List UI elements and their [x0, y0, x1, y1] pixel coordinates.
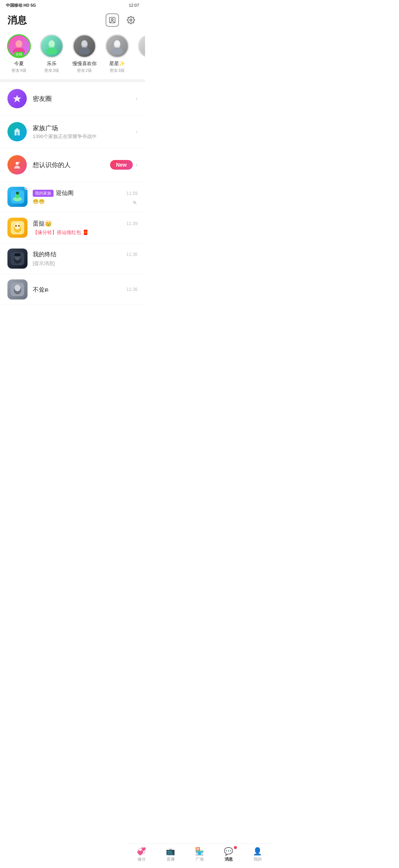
feature-content-mimi: 密友圈: [33, 95, 136, 103]
story-level-3: 密友2级: [77, 68, 91, 73]
unread-dot-1: [25, 187, 28, 190]
svg-point-2: [130, 19, 132, 21]
feature-list: 密友圈 › 家族广场 1390个家族正在荣耀争夺战中 ›: [0, 82, 145, 182]
feature-desc-jiazu: 1390个家族正在荣耀争夺战中: [33, 133, 136, 140]
story-name-1: 今夏: [14, 60, 24, 67]
msg-header-row-4: 不耸ด 11:36: [33, 285, 138, 294]
story-avatar-4: [105, 34, 129, 58]
story-avatar-wrap-2: [40, 34, 64, 58]
header-icons: [106, 13, 138, 27]
story-item-2[interactable]: 乐乐 密友3级: [39, 34, 65, 73]
message-body-3: 我的终结 11:36 [提示消息]: [33, 251, 138, 267]
time-text: 12:07: [129, 3, 139, 7]
msg-preview-1: 😁😁: [33, 199, 138, 204]
settings-icon-button[interactable]: [124, 13, 138, 27]
message-item-2[interactable]: 蛋挞👑 11:39 【缘分铃】搭讪领红包 🧧: [0, 212, 145, 243]
feature-chevron-jiazu: ›: [136, 128, 138, 135]
msg-name-area-3: 我的终结: [33, 251, 57, 259]
story-item-5[interactable]: ··· 查全: [137, 34, 145, 67]
svg-point-35: [15, 285, 20, 291]
msg-time-4: 11:36: [126, 287, 138, 292]
svg-point-7: [46, 48, 57, 54]
msg-header-row-1: 我的家族 迎仙阁 11:59: [33, 189, 138, 197]
svg-rect-32: [15, 253, 20, 256]
message-avatar-3: [7, 249, 28, 269]
message-body-4: 不耸ด 11:36: [33, 285, 138, 294]
feature-chevron-renshe: ›: [136, 161, 138, 168]
svg-point-14: [114, 40, 120, 47]
contact-icon-button[interactable]: [106, 13, 119, 27]
status-bar: 中国移动 HD 5G 12:07: [0, 0, 145, 10]
page-title: 消息: [7, 14, 27, 27]
story-avatar-2: [40, 34, 64, 58]
family-tag-1: 我的家族: [33, 190, 54, 197]
msg-name-2: 蛋挞👑: [33, 220, 52, 228]
message-item-3[interactable]: 我的终结 11:36 [提示消息]: [0, 243, 145, 274]
story-item-4[interactable]: 星星✨ 密友3级: [104, 34, 130, 73]
svg-point-13: [112, 48, 123, 54]
svg-rect-17: [16, 132, 18, 135]
svg-point-11: [81, 40, 87, 47]
feature-item-mimi[interactable]: 密友圈 ›: [0, 82, 145, 115]
story-avatar-wrap-4: [105, 34, 129, 58]
message-list: 我的家族 迎仙阁 11:59 😁😁: [0, 182, 145, 305]
msg-name-area-1: 我的家族 迎仙阁: [33, 189, 74, 197]
story-row: 在线 今夏 密友4级 乐乐 密友3级: [0, 31, 145, 79]
header: 消息: [0, 10, 145, 31]
msg-name-area-2: 蛋挞👑: [33, 220, 52, 228]
carrier-text: 中国移动 HD 5G: [6, 3, 36, 8]
message-avatar-1: [7, 187, 28, 207]
msg-header-row-2: 蛋挞👑 11:39: [33, 220, 138, 228]
story-level-1: 密友4级: [12, 68, 26, 73]
story-avatar-5: ···: [138, 34, 145, 58]
story-name-2: 乐乐: [47, 60, 57, 67]
message-avatar-2: [7, 218, 28, 238]
msg-name-3: 我的终结: [33, 251, 57, 259]
feature-item-renshe[interactable]: 想认识你的人 New ›: [0, 148, 145, 182]
message-item-4[interactable]: 不耸ด 11:36: [0, 274, 145, 305]
msg-time-3: 11:36: [126, 252, 138, 257]
feature-icon-renshe: [7, 155, 27, 174]
msg-header-row-3: 我的终结 11:36: [33, 251, 138, 259]
svg-point-8: [49, 40, 55, 47]
feature-name-mimi: 密友圈: [33, 95, 136, 103]
new-badge: New: [110, 160, 133, 170]
mute-icon-1: [132, 200, 138, 206]
feature-content-renshe: 想认识你的人: [33, 161, 110, 169]
story-avatar-wrap-3: [73, 34, 96, 58]
story-name-4: 星星✨: [109, 60, 125, 67]
feature-content-jiazu: 家族广场 1390个家族正在荣耀争夺战中: [33, 124, 136, 140]
online-badge: 在线: [14, 52, 24, 57]
message-body-1: 我的家族 迎仙阁 11:59 😁😁: [33, 189, 138, 204]
msg-name-area-4: 不耸ด: [33, 285, 48, 294]
story-item-1[interactable]: 在线 今夏 密友4级: [6, 34, 32, 73]
svg-point-28: [18, 225, 20, 227]
svg-point-18: [16, 162, 19, 165]
story-level-2: 密友3级: [44, 68, 59, 73]
story-avatar-wrap-1: 在线: [7, 34, 31, 58]
feature-name-jiazu: 家族广场: [33, 124, 136, 132]
feature-item-jiazu[interactable]: 家族广场 1390个家族正在荣耀争夺战中 ›: [0, 115, 145, 148]
feature-chevron-mimi: ›: [136, 95, 138, 102]
msg-time-1: 11:59: [126, 191, 138, 196]
msg-time-2: 11:39: [126, 221, 138, 226]
svg-point-10: [79, 48, 90, 54]
svg-point-23: [16, 192, 19, 195]
divider: [0, 79, 145, 82]
story-level-4: 密友3级: [110, 68, 124, 73]
feature-icon-jiazu: [7, 122, 27, 141]
svg-point-5: [16, 40, 22, 48]
message-body-2: 蛋挞👑 11:39 【缘分铃】搭讪领红包 🧧: [33, 220, 138, 236]
msg-preview-3: [提示消息]: [33, 260, 138, 267]
story-avatar-wrap-5: ···: [138, 34, 145, 58]
message-avatar-4: [7, 279, 28, 300]
msg-preview-2: 【缘分铃】搭讪领红包 🧧: [33, 229, 138, 236]
svg-point-1: [112, 19, 113, 20]
svg-point-27: [15, 225, 17, 227]
message-item-1[interactable]: 我的家族 迎仙阁 11:59 😁😁: [0, 182, 145, 212]
msg-name-1: 迎仙阁: [56, 189, 74, 197]
feature-icon-mimi: [7, 89, 27, 108]
msg-name-4: 不耸ด: [33, 285, 48, 294]
story-item-3[interactable]: 慢慢喜欢你 密友2级: [71, 34, 97, 73]
story-name-3: 慢慢喜欢你: [73, 60, 97, 67]
